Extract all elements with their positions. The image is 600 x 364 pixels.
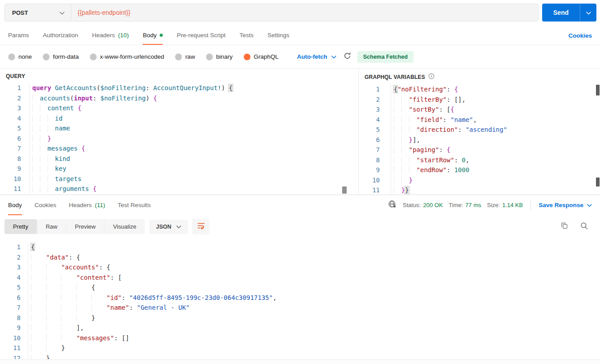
line-number: 8	[359, 155, 391, 165]
code-line: 5 "direction": "ascending"	[359, 125, 600, 135]
code-line: 5 name	[0, 123, 358, 134]
code-line: 9 "endRow": 1000	[359, 165, 600, 175]
search-button[interactable]	[580, 222, 588, 232]
response-tab-cookies[interactable]: Cookies	[35, 195, 57, 215]
autofetch-dropdown[interactable]: Auto-fetch	[297, 53, 336, 60]
query-panel-header: QUERY	[0, 69, 358, 83]
code-line: 11 arguments {	[0, 184, 358, 194]
body-mode-none[interactable]: none	[9, 53, 32, 60]
response-tab-test-results[interactable]: Test Results	[118, 195, 151, 215]
size-value: 1.14 KB	[502, 202, 523, 208]
tab-label: Body	[8, 202, 22, 208]
view-preview[interactable]: Preview	[66, 219, 104, 234]
tab-label: Headers	[69, 202, 92, 208]
body-mode-x-www-form-urlencoded[interactable]: x-www-form-urlencoded	[90, 53, 164, 60]
response-body-editor[interactable]: 1{2 "data": {3 "accounts": {4 "content":…	[0, 238, 600, 364]
code-line: 6 }],	[359, 135, 600, 145]
body-set-dot-icon	[160, 34, 163, 37]
line-number: 9	[0, 323, 28, 333]
response-tabs: Status: 200 OK Time: 77 ms Size: 1.14 KB…	[0, 195, 600, 215]
response-meta: Status: 200 OK Time: 77 ms Size: 1.14 KB…	[388, 195, 592, 215]
code-line: 6 "id": "4026d5ff-8495-199c-23d0-064c309…	[0, 293, 600, 303]
url-input[interactable]: {{pallets-endpoint}}	[71, 9, 538, 16]
toolbar-right	[561, 222, 596, 232]
tab-label: Headers	[92, 32, 115, 39]
status-pair: Status: 200 OK	[403, 202, 443, 208]
body-mode-graphql[interactable]: GraphQL	[244, 53, 279, 60]
code-line: 7 "name": "General - UK"	[0, 303, 600, 313]
line-number: 5	[0, 123, 30, 134]
status-label: Status:	[403, 202, 421, 208]
code-line: 9 key	[0, 164, 358, 174]
horizontal-scrollbar[interactable]	[0, 359, 600, 364]
chevron-down-icon	[587, 202, 592, 208]
line-number: 3	[359, 104, 391, 115]
tab-settings[interactable]: Settings	[267, 25, 289, 45]
mode-label: GraphQL	[254, 53, 279, 60]
tab-pre-request-script[interactable]: Pre-request Script	[177, 25, 226, 45]
tab-params[interactable]: Params	[8, 25, 29, 45]
tab-label: Params	[8, 32, 29, 39]
line-number: 9	[0, 164, 30, 174]
view-pretty[interactable]: Pretty	[4, 219, 37, 234]
wrap-lines-button[interactable]	[192, 219, 209, 234]
variables-editor[interactable]: 1{"noFiltering": {2 "filterBy": [],3 "so…	[359, 84, 600, 195]
response-tab-headers[interactable]: Headers(11)	[69, 195, 105, 215]
code-line: 1query GetAccounts($noFiltering: Account…	[0, 83, 358, 93]
size-pair: Size: 1.14 KB	[487, 202, 523, 208]
divider	[530, 200, 531, 210]
request-tabs: Cookies ParamsAuthorizationHeaders(10)Bo…	[0, 25, 600, 45]
tab-headers[interactable]: Headers(10)	[92, 25, 129, 45]
send-options-button[interactable]	[580, 4, 596, 22]
tab-label: Pre-request Script	[177, 32, 226, 39]
copy-icon	[561, 222, 568, 231]
code-line: 2 accounts(input: $noFiltering) {	[0, 93, 358, 104]
language-select[interactable]: JSON	[149, 220, 188, 234]
query-editor[interactable]: 1query GetAccounts($noFiltering: Account…	[0, 83, 358, 195]
code-line: 3 "sortBy": [{	[359, 104, 600, 115]
tab-label: Cookies	[35, 202, 57, 208]
time-value: 77 ms	[465, 202, 481, 208]
code-line: 9 ],	[0, 323, 600, 333]
variables-scrollbar-thumb[interactable]	[596, 85, 600, 95]
tab-authorization[interactable]: Authorization	[43, 25, 78, 45]
tab-body[interactable]: Body	[143, 25, 163, 45]
view-visualize[interactable]: Visualize	[104, 219, 145, 234]
line-number: 3	[0, 103, 30, 113]
network-globe-lock-icon[interactable]	[388, 200, 397, 210]
info-icon	[428, 73, 435, 81]
code-line: 8 kind	[0, 154, 358, 164]
tab-label: Settings	[267, 32, 289, 39]
response-tab-body[interactable]: Body	[8, 195, 22, 215]
line-number: 9	[359, 165, 391, 175]
line-number: 7	[359, 145, 391, 155]
chevron-down-icon	[176, 224, 181, 230]
tab-tests[interactable]: Tests	[239, 25, 254, 45]
line-number: 2	[0, 93, 30, 104]
save-response-button[interactable]: Save Response	[539, 202, 592, 208]
size-label: Size:	[487, 202, 500, 208]
line-number: 10	[0, 333, 28, 343]
send-button[interactable]: Send	[542, 4, 596, 22]
refresh-schema-button[interactable]	[343, 52, 351, 61]
mode-label: binary	[216, 53, 233, 60]
tab-label: Tests	[239, 32, 254, 39]
copy-button[interactable]	[561, 222, 568, 231]
line-number: 5	[359, 125, 391, 135]
cookies-link[interactable]: Cookies	[568, 25, 592, 45]
method-select[interactable]: POST	[5, 4, 71, 21]
send-label: Send	[542, 4, 580, 22]
view-raw[interactable]: Raw	[37, 219, 66, 234]
code-line: 10 }	[359, 175, 600, 186]
body-mode-form-data[interactable]: form-data	[43, 53, 79, 60]
query-scrollbar-thumb[interactable]	[342, 186, 347, 194]
body-mode-binary[interactable]: binary	[206, 53, 233, 60]
body-mode-row: noneform-datax-www-form-urlencodedrawbin…	[0, 45, 600, 68]
code-line: 11 }	[0, 343, 600, 353]
save-response-label: Save Response	[539, 202, 583, 208]
body-mode-raw[interactable]: raw	[175, 53, 195, 60]
wrap-lines-icon	[197, 222, 205, 231]
radio-icon	[244, 54, 250, 60]
line-number: 1	[0, 83, 30, 93]
line-number: 10	[0, 174, 30, 184]
